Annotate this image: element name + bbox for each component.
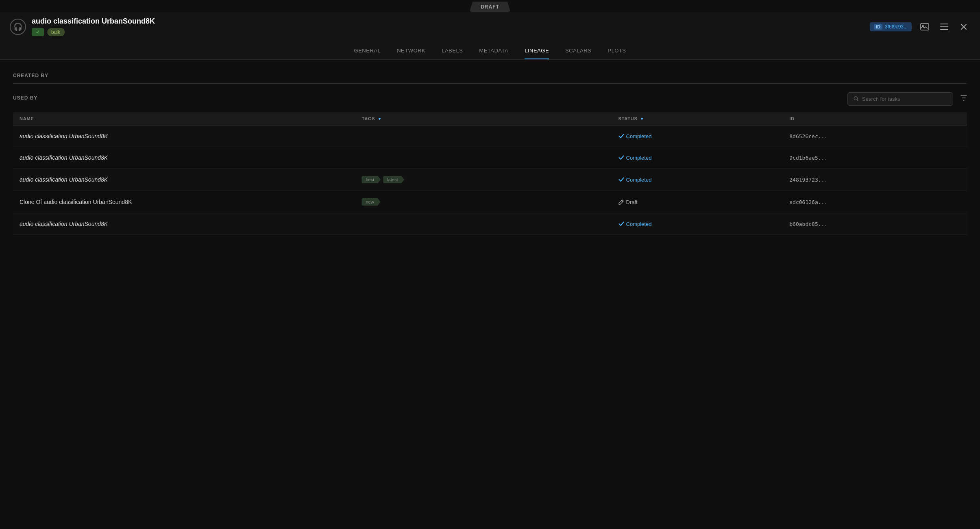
tag-bulk-badge: bulk bbox=[47, 28, 65, 36]
row-name: audio classification UrbanSound8K bbox=[20, 133, 362, 139]
page-content: CREATED BY USED BY NAME bbox=[0, 60, 980, 245]
row-id: 8d6526cec... bbox=[789, 133, 960, 139]
svg-point-5 bbox=[854, 97, 857, 100]
header-right: ID 3f6f9c93... bbox=[870, 20, 970, 33]
search-icon bbox=[854, 96, 859, 102]
id-value: 3f6f9c93... bbox=[885, 24, 908, 30]
svg-rect-3 bbox=[940, 26, 948, 27]
row-id: b60abdc85... bbox=[789, 221, 960, 227]
check-icon bbox=[618, 134, 624, 139]
draft-tab: DRAFT bbox=[469, 2, 511, 12]
col-header-id: ID bbox=[789, 116, 960, 121]
nav-tabs: GENERAL NETWORK LABELS METADATA LINEAGE … bbox=[0, 39, 980, 60]
header-left: 🎧 audio classification UrbanSound8K ✓ bu… bbox=[10, 17, 155, 36]
search-input[interactable] bbox=[862, 96, 947, 102]
tab-general[interactable]: GENERAL bbox=[354, 44, 381, 59]
image-button[interactable] bbox=[918, 20, 931, 33]
row-name: audio classification UrbanSound8K bbox=[20, 154, 362, 161]
id-label: ID bbox=[874, 24, 882, 30]
tag-new: new bbox=[362, 198, 380, 206]
row-id: 248193723... bbox=[789, 177, 960, 183]
tag-latest: latest bbox=[383, 176, 404, 183]
created-by-divider bbox=[13, 83, 967, 84]
svg-rect-2 bbox=[940, 24, 948, 24]
search-area bbox=[847, 92, 967, 106]
tab-network[interactable]: NETWORK bbox=[397, 44, 425, 59]
check-icon bbox=[618, 155, 624, 160]
tab-metadata[interactable]: METADATA bbox=[479, 44, 508, 59]
tag-best: best bbox=[362, 176, 381, 183]
id-badge: ID 3f6f9c93... bbox=[870, 22, 912, 31]
app-logo-icon: 🎧 bbox=[10, 19, 26, 35]
header: 🎧 audio classification UrbanSound8K ✓ bu… bbox=[0, 12, 980, 39]
row-status: Completed bbox=[618, 221, 790, 227]
used-by-section-label: USED BY bbox=[13, 92, 37, 106]
tab-lineage[interactable]: LINEAGE bbox=[525, 44, 549, 59]
table-row[interactable]: audio classification UrbanSound8K Comple… bbox=[13, 213, 967, 235]
row-status: Completed bbox=[618, 177, 790, 183]
used-by-header: USED BY bbox=[13, 92, 967, 106]
row-status: Draft bbox=[618, 199, 790, 205]
draft-banner: DRAFT bbox=[0, 0, 980, 12]
svg-rect-4 bbox=[940, 29, 948, 30]
close-button[interactable] bbox=[957, 20, 970, 33]
menu-button[interactable] bbox=[938, 20, 951, 33]
tag-check-badge: ✓ bbox=[32, 28, 44, 36]
tab-labels[interactable]: LABELS bbox=[442, 44, 463, 59]
table-row[interactable]: audio classification UrbanSound8K Comple… bbox=[13, 126, 967, 147]
row-name: audio classification UrbanSound8K bbox=[20, 221, 362, 227]
table-row[interactable]: audio classification UrbanSound8K Comple… bbox=[13, 147, 967, 169]
check-icon bbox=[618, 221, 624, 226]
created-by-section-label: CREATED BY bbox=[13, 69, 967, 83]
col-header-name: NAME bbox=[20, 116, 362, 121]
row-tags: new bbox=[362, 198, 618, 206]
col-header-tags: TAGS ▼ bbox=[362, 116, 618, 121]
row-status: Completed bbox=[618, 155, 790, 161]
status-filter-icon[interactable]: ▼ bbox=[640, 117, 645, 121]
filter-button[interactable] bbox=[960, 95, 967, 102]
row-id: 9cd1b6ae5... bbox=[789, 155, 960, 161]
row-tags: best latest bbox=[362, 176, 618, 183]
check-icon bbox=[618, 177, 624, 182]
pencil-icon bbox=[618, 199, 624, 205]
row-id: adc06126a... bbox=[789, 199, 960, 205]
tags-filter-icon[interactable]: ▼ bbox=[377, 117, 382, 121]
table-header: NAME TAGS ▼ STATUS ▼ ID bbox=[13, 112, 967, 126]
tasks-table: NAME TAGS ▼ STATUS ▼ ID audio classifica… bbox=[13, 112, 967, 235]
search-box bbox=[847, 92, 953, 106]
row-name: audio classification UrbanSound8K bbox=[20, 176, 362, 183]
row-name: Clone Of audio classification UrbanSound… bbox=[20, 199, 362, 205]
tab-scalars[interactable]: SCALARS bbox=[565, 44, 591, 59]
col-header-status: STATUS ▼ bbox=[618, 116, 790, 121]
tab-plots[interactable]: PLOTS bbox=[608, 44, 626, 59]
row-status: Completed bbox=[618, 133, 790, 139]
table-row[interactable]: Clone Of audio classification UrbanSound… bbox=[13, 191, 967, 213]
page-title: audio classification UrbanSound8K bbox=[32, 17, 155, 26]
table-row[interactable]: audio classification UrbanSound8K best l… bbox=[13, 169, 967, 191]
